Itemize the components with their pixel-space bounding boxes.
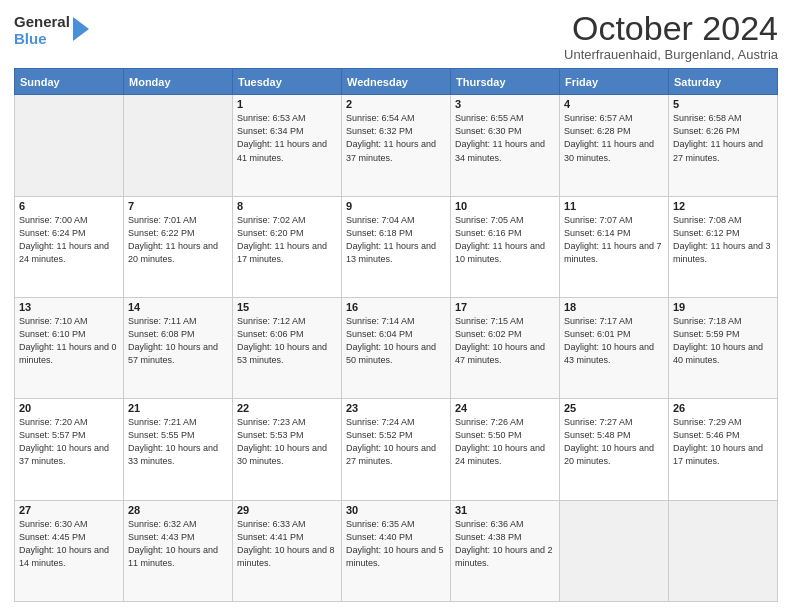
day-info: Sunrise: 7:20 AM Sunset: 5:57 PM Dayligh… — [19, 416, 119, 468]
day-info: Sunrise: 7:05 AM Sunset: 6:16 PM Dayligh… — [455, 214, 555, 266]
table-row: 9Sunrise: 7:04 AM Sunset: 6:18 PM Daylig… — [342, 196, 451, 297]
day-info: Sunrise: 7:27 AM Sunset: 5:48 PM Dayligh… — [564, 416, 664, 468]
table-row: 21Sunrise: 7:21 AM Sunset: 5:55 PM Dayli… — [124, 399, 233, 500]
table-row: 27Sunrise: 6:30 AM Sunset: 4:45 PM Dayli… — [15, 500, 124, 601]
day-number: 10 — [455, 200, 555, 212]
day-number: 26 — [673, 402, 773, 414]
week-row-4: 20Sunrise: 7:20 AM Sunset: 5:57 PM Dayli… — [15, 399, 778, 500]
day-number: 9 — [346, 200, 446, 212]
week-row-1: 1Sunrise: 6:53 AM Sunset: 6:34 PM Daylig… — [15, 95, 778, 196]
table-row: 29Sunrise: 6:33 AM Sunset: 4:41 PM Dayli… — [233, 500, 342, 601]
table-row: 26Sunrise: 7:29 AM Sunset: 5:46 PM Dayli… — [669, 399, 778, 500]
table-row: 11Sunrise: 7:07 AM Sunset: 6:14 PM Dayli… — [560, 196, 669, 297]
day-info: Sunrise: 7:01 AM Sunset: 6:22 PM Dayligh… — [128, 214, 228, 266]
table-row: 12Sunrise: 7:08 AM Sunset: 6:12 PM Dayli… — [669, 196, 778, 297]
day-number: 16 — [346, 301, 446, 313]
day-number: 12 — [673, 200, 773, 212]
col-tuesday: Tuesday — [233, 69, 342, 95]
table-row: 6Sunrise: 7:00 AM Sunset: 6:24 PM Daylig… — [15, 196, 124, 297]
day-number: 5 — [673, 98, 773, 110]
logo-blue: Blue — [14, 31, 70, 48]
day-number: 17 — [455, 301, 555, 313]
col-monday: Monday — [124, 69, 233, 95]
day-number: 20 — [19, 402, 119, 414]
table-row: 2Sunrise: 6:54 AM Sunset: 6:32 PM Daylig… — [342, 95, 451, 196]
table-row: 20Sunrise: 7:20 AM Sunset: 5:57 PM Dayli… — [15, 399, 124, 500]
day-number: 2 — [346, 98, 446, 110]
day-info: Sunrise: 7:26 AM Sunset: 5:50 PM Dayligh… — [455, 416, 555, 468]
table-row: 15Sunrise: 7:12 AM Sunset: 6:06 PM Dayli… — [233, 298, 342, 399]
week-row-3: 13Sunrise: 7:10 AM Sunset: 6:10 PM Dayli… — [15, 298, 778, 399]
day-info: Sunrise: 6:58 AM Sunset: 6:26 PM Dayligh… — [673, 112, 773, 164]
table-row: 5Sunrise: 6:58 AM Sunset: 6:26 PM Daylig… — [669, 95, 778, 196]
day-info: Sunrise: 7:10 AM Sunset: 6:10 PM Dayligh… — [19, 315, 119, 367]
table-row: 14Sunrise: 7:11 AM Sunset: 6:08 PM Dayli… — [124, 298, 233, 399]
title-block: October 2024 Unterfrauenhaid, Burgenland… — [564, 10, 778, 62]
table-row: 24Sunrise: 7:26 AM Sunset: 5:50 PM Dayli… — [451, 399, 560, 500]
day-info: Sunrise: 6:33 AM Sunset: 4:41 PM Dayligh… — [237, 518, 337, 570]
day-number: 15 — [237, 301, 337, 313]
day-number: 14 — [128, 301, 228, 313]
weekday-header-row: Sunday Monday Tuesday Wednesday Thursday… — [15, 69, 778, 95]
day-number: 4 — [564, 98, 664, 110]
day-info: Sunrise: 6:55 AM Sunset: 6:30 PM Dayligh… — [455, 112, 555, 164]
day-number: 6 — [19, 200, 119, 212]
table-row: 3Sunrise: 6:55 AM Sunset: 6:30 PM Daylig… — [451, 95, 560, 196]
table-row: 28Sunrise: 6:32 AM Sunset: 4:43 PM Dayli… — [124, 500, 233, 601]
day-info: Sunrise: 6:53 AM Sunset: 6:34 PM Dayligh… — [237, 112, 337, 164]
day-info: Sunrise: 7:17 AM Sunset: 6:01 PM Dayligh… — [564, 315, 664, 367]
table-row — [15, 95, 124, 196]
table-row: 10Sunrise: 7:05 AM Sunset: 6:16 PM Dayli… — [451, 196, 560, 297]
table-row: 22Sunrise: 7:23 AM Sunset: 5:53 PM Dayli… — [233, 399, 342, 500]
day-number: 22 — [237, 402, 337, 414]
day-number: 30 — [346, 504, 446, 516]
day-info: Sunrise: 7:24 AM Sunset: 5:52 PM Dayligh… — [346, 416, 446, 468]
day-info: Sunrise: 7:21 AM Sunset: 5:55 PM Dayligh… — [128, 416, 228, 468]
table-row: 19Sunrise: 7:18 AM Sunset: 5:59 PM Dayli… — [669, 298, 778, 399]
day-number: 29 — [237, 504, 337, 516]
table-row: 1Sunrise: 6:53 AM Sunset: 6:34 PM Daylig… — [233, 95, 342, 196]
day-info: Sunrise: 7:07 AM Sunset: 6:14 PM Dayligh… — [564, 214, 664, 266]
col-sunday: Sunday — [15, 69, 124, 95]
logo-arrow-icon — [73, 17, 89, 41]
day-number: 25 — [564, 402, 664, 414]
table-row — [560, 500, 669, 601]
day-info: Sunrise: 7:12 AM Sunset: 6:06 PM Dayligh… — [237, 315, 337, 367]
header: General Blue October 2024 Unterfrauenhai… — [14, 10, 778, 62]
day-info: Sunrise: 7:14 AM Sunset: 6:04 PM Dayligh… — [346, 315, 446, 367]
table-row — [124, 95, 233, 196]
day-number: 19 — [673, 301, 773, 313]
day-info: Sunrise: 6:36 AM Sunset: 4:38 PM Dayligh… — [455, 518, 555, 570]
day-number: 11 — [564, 200, 664, 212]
day-number: 31 — [455, 504, 555, 516]
day-number: 8 — [237, 200, 337, 212]
day-info: Sunrise: 6:32 AM Sunset: 4:43 PM Dayligh… — [128, 518, 228, 570]
day-info: Sunrise: 7:15 AM Sunset: 6:02 PM Dayligh… — [455, 315, 555, 367]
table-row: 8Sunrise: 7:02 AM Sunset: 6:20 PM Daylig… — [233, 196, 342, 297]
table-row: 7Sunrise: 7:01 AM Sunset: 6:22 PM Daylig… — [124, 196, 233, 297]
day-info: Sunrise: 7:11 AM Sunset: 6:08 PM Dayligh… — [128, 315, 228, 367]
page: General Blue October 2024 Unterfrauenhai… — [0, 0, 792, 612]
logo: General Blue — [14, 14, 89, 47]
day-info: Sunrise: 7:02 AM Sunset: 6:20 PM Dayligh… — [237, 214, 337, 266]
day-number: 3 — [455, 98, 555, 110]
day-number: 28 — [128, 504, 228, 516]
day-info: Sunrise: 6:57 AM Sunset: 6:28 PM Dayligh… — [564, 112, 664, 164]
table-row: 31Sunrise: 6:36 AM Sunset: 4:38 PM Dayli… — [451, 500, 560, 601]
calendar-title: October 2024 — [564, 10, 778, 47]
day-number: 7 — [128, 200, 228, 212]
calendar-table: Sunday Monday Tuesday Wednesday Thursday… — [14, 68, 778, 602]
day-info: Sunrise: 7:18 AM Sunset: 5:59 PM Dayligh… — [673, 315, 773, 367]
table-row: 23Sunrise: 7:24 AM Sunset: 5:52 PM Dayli… — [342, 399, 451, 500]
table-row: 4Sunrise: 6:57 AM Sunset: 6:28 PM Daylig… — [560, 95, 669, 196]
logo-general: General — [14, 14, 70, 31]
table-row: 18Sunrise: 7:17 AM Sunset: 6:01 PM Dayli… — [560, 298, 669, 399]
table-row: 30Sunrise: 6:35 AM Sunset: 4:40 PM Dayli… — [342, 500, 451, 601]
table-row: 25Sunrise: 7:27 AM Sunset: 5:48 PM Dayli… — [560, 399, 669, 500]
logo-text: General Blue — [14, 14, 70, 47]
day-number: 1 — [237, 98, 337, 110]
col-friday: Friday — [560, 69, 669, 95]
col-saturday: Saturday — [669, 69, 778, 95]
calendar-subtitle: Unterfrauenhaid, Burgenland, Austria — [564, 47, 778, 62]
day-number: 13 — [19, 301, 119, 313]
